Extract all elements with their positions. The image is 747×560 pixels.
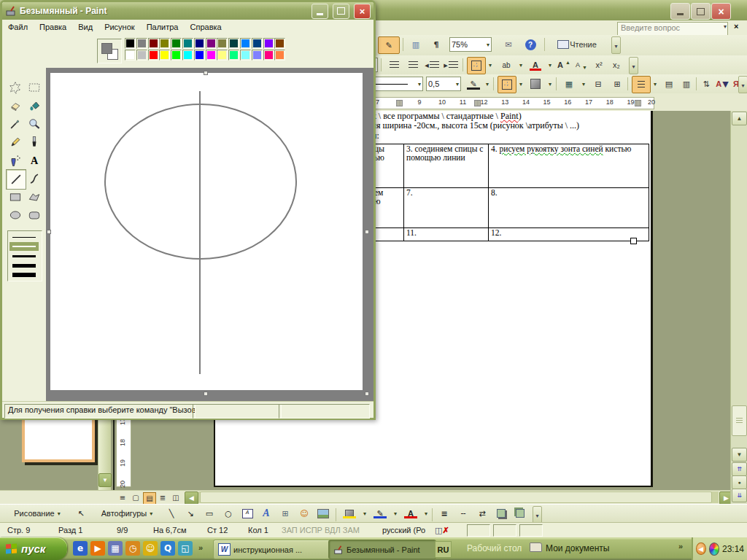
drawing-menu-button[interactable]: Рисование▾ bbox=[6, 506, 69, 521]
palette-swatch[interactable] bbox=[182, 50, 193, 61]
line-width-option[interactable] bbox=[9, 233, 39, 241]
quick-launch-more-icon[interactable]: » bbox=[198, 543, 203, 552]
font-color-dropdown[interactable]: ▾ bbox=[422, 506, 429, 521]
quick-launch-quicktime-icon[interactable]: Q bbox=[160, 541, 175, 556]
quick-launch-explorer-doc-icon[interactable]: ◱ bbox=[178, 541, 193, 556]
split-cells-button[interactable]: ⊞ bbox=[608, 76, 626, 92]
toolbar-options-chevron[interactable]: ▾ bbox=[629, 57, 638, 74]
shadow-style-button[interactable] bbox=[493, 506, 509, 521]
select-browse-object-icon[interactable]: ● bbox=[732, 475, 747, 489]
paint-menu-Палитра[interactable]: Палитра bbox=[141, 21, 185, 33]
tool-color-picker[interactable] bbox=[6, 114, 25, 133]
cell-align-dropdown[interactable]: ▾ bbox=[651, 76, 658, 92]
text-box-button[interactable]: A bbox=[239, 506, 255, 521]
reading-mode-button[interactable]: Чтение bbox=[548, 36, 606, 52]
oval-tool-button[interactable]: ○ bbox=[220, 506, 236, 521]
palette-swatch[interactable] bbox=[136, 38, 147, 49]
language-indicator[interactable]: RU bbox=[435, 541, 452, 558]
paint-minimize-button[interactable] bbox=[311, 4, 328, 19]
table-cell[interactable]: ем ю bbox=[372, 188, 404, 228]
scroll-left-icon[interactable]: ◀ bbox=[185, 491, 198, 505]
taskbar-task-paint[interactable]: Безымянный - Paint bbox=[328, 540, 436, 559]
merge-cells-button[interactable]: ⊟ bbox=[589, 76, 607, 92]
hide-icons-icon[interactable]: ◀ bbox=[696, 542, 706, 555]
palette-swatch[interactable] bbox=[159, 38, 170, 49]
palette-swatch[interactable] bbox=[125, 50, 136, 61]
highlight-dropdown[interactable]: ▾ bbox=[516, 57, 524, 73]
vertical-scrollbar-thumb[interactable] bbox=[732, 405, 747, 436]
table-cell[interactable]: 4. рисуем рукоятку зонта синей кистью bbox=[489, 144, 649, 188]
sort-ascending-button[interactable]: А▼ bbox=[715, 76, 729, 92]
subscript-button[interactable]: х₂ bbox=[608, 57, 624, 73]
view-print-layout-button[interactable]: ▤ bbox=[143, 492, 156, 505]
borders-dropdown[interactable]: ▾ bbox=[486, 57, 493, 73]
background-scrollbar[interactable]: ▼ bbox=[98, 408, 111, 490]
palette-swatch[interactable] bbox=[182, 38, 193, 49]
palette-swatch[interactable] bbox=[240, 38, 251, 49]
scroll-up-icon[interactable]: ▲ bbox=[732, 112, 747, 125]
scroll-down-icon[interactable]: ▼ bbox=[98, 473, 112, 487]
tool-line[interactable] bbox=[6, 169, 26, 190]
tool-fill[interactable] bbox=[25, 96, 44, 115]
insert-table-button[interactable]: ▦ bbox=[560, 76, 578, 92]
palette-swatch[interactable] bbox=[263, 38, 274, 49]
vertical-scrollbar[interactable]: ▲ ▼ ⇈ ● ⇊ bbox=[730, 111, 747, 504]
scroll-down-icon[interactable]: ▼ bbox=[732, 448, 747, 462]
shading-button[interactable] bbox=[527, 76, 544, 92]
word-close-button[interactable]: × bbox=[711, 3, 731, 20]
zoom-combo[interactable]: 75%▾ bbox=[449, 37, 492, 52]
palette-swatch[interactable] bbox=[263, 50, 274, 61]
palette-swatch[interactable] bbox=[228, 38, 239, 49]
document-map-button[interactable]: ▥ bbox=[406, 36, 425, 52]
border-color-button[interactable]: ✎ bbox=[464, 76, 483, 92]
tool-polygon[interactable] bbox=[25, 187, 44, 206]
quick-launch-calculator-icon[interactable]: ▦ bbox=[108, 541, 123, 556]
insert-table-dropdown[interactable]: ▾ bbox=[579, 76, 587, 92]
tool-select[interactable] bbox=[25, 78, 44, 97]
fill-color-button[interactable] bbox=[340, 506, 359, 521]
palette-swatch[interactable] bbox=[125, 38, 136, 49]
font-color-dropdown[interactable]: ▾ bbox=[546, 57, 553, 73]
taskbar-task-word[interactable]: W инструкционная ... bbox=[213, 540, 331, 559]
palette-swatch[interactable] bbox=[194, 38, 205, 49]
table-cell[interactable]: 3. соединяем спицы с помощью линии bbox=[404, 144, 489, 188]
quick-launch-media-player-icon[interactable]: ▶ bbox=[90, 541, 105, 556]
ask-close-icon[interactable]: × bbox=[734, 22, 738, 31]
tool-rectangle[interactable] bbox=[6, 187, 25, 206]
start-button[interactable]: пуск bbox=[0, 537, 67, 560]
desktop-more-icon[interactable]: » bbox=[678, 542, 683, 551]
previous-page-icon[interactable]: ⇈ bbox=[732, 462, 747, 476]
paint-close-button[interactable]: × bbox=[354, 4, 371, 19]
fill-color-dropdown[interactable]: ▾ bbox=[360, 506, 368, 521]
palette-swatch[interactable] bbox=[148, 38, 159, 49]
current-colors-indicator[interactable] bbox=[97, 39, 122, 63]
wordart-button[interactable]: A bbox=[258, 506, 274, 521]
ask-question-input[interactable]: Введите вопрос bbox=[617, 22, 728, 36]
decrease-indent-button[interactable]: ◂ bbox=[423, 57, 441, 73]
line-width-option[interactable] bbox=[9, 261, 39, 270]
diagram-button[interactable]: ⊞ bbox=[277, 506, 293, 521]
view-reading-button[interactable]: ◫ bbox=[170, 492, 182, 503]
line-color-button[interactable]: ✎ bbox=[371, 506, 390, 521]
horizontal-ruler[interactable]: 791011121314151617181920 bbox=[368, 97, 654, 109]
palette-swatch[interactable] bbox=[274, 38, 285, 49]
tool-text[interactable]: A bbox=[25, 151, 44, 170]
toolbar-options-chevron[interactable]: ▾ bbox=[533, 506, 542, 524]
palette-swatch[interactable] bbox=[274, 50, 285, 61]
toolbar-options-chevron[interactable]: ▾ bbox=[611, 36, 621, 54]
outside-border-button[interactable] bbox=[498, 76, 516, 93]
formatting-marks-button[interactable]: ¶ bbox=[427, 36, 445, 52]
canvas-resize-handle[interactable] bbox=[47, 230, 51, 234]
table-cell[interactable]: 8. bbox=[489, 188, 649, 228]
shrink-font-button[interactable]: А▼ bbox=[573, 57, 589, 73]
tool-rounded-rectangle[interactable] bbox=[25, 206, 44, 225]
insert-picture-button[interactable] bbox=[315, 506, 331, 521]
table-column-marker[interactable] bbox=[396, 100, 403, 106]
superscript-button[interactable]: х² bbox=[591, 57, 607, 73]
line-weight-combo[interactable]: 0,5▾ bbox=[426, 77, 461, 91]
tool-magnifier[interactable] bbox=[25, 114, 44, 133]
palette-swatch[interactable] bbox=[136, 50, 147, 61]
view-normal-button[interactable]: ≡ bbox=[117, 492, 128, 503]
cell-align-button[interactable] bbox=[632, 76, 651, 93]
canvas-resize-handle[interactable] bbox=[365, 230, 369, 234]
